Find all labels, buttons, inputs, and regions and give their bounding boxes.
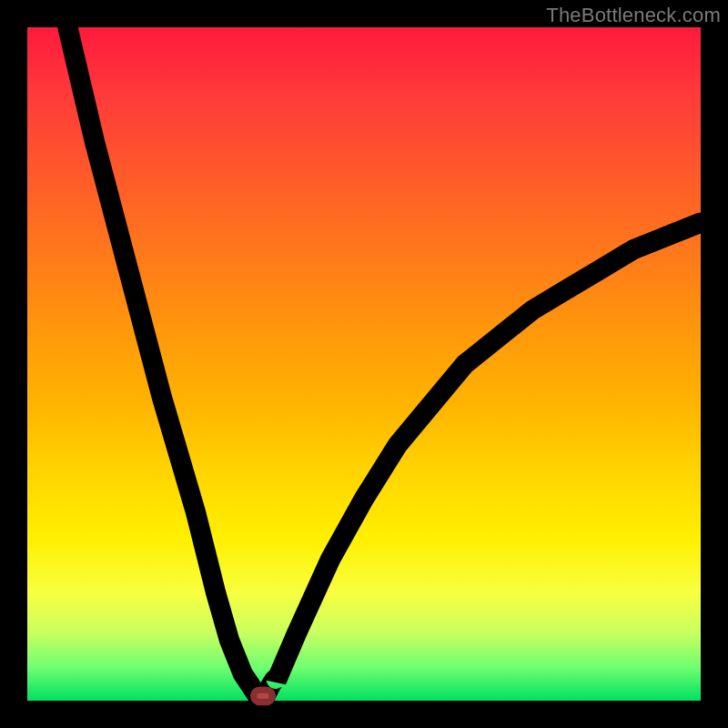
watermark-text: TheBottleneck.com bbox=[546, 4, 721, 27]
chart-frame: TheBottleneck.com bbox=[0, 0, 728, 728]
curve-right-branch bbox=[263, 223, 701, 701]
bottleneck-marker bbox=[254, 690, 273, 702]
curve-left-branch bbox=[67, 27, 263, 701]
plot-area bbox=[27, 27, 701, 701]
plot-svg bbox=[27, 27, 701, 701]
